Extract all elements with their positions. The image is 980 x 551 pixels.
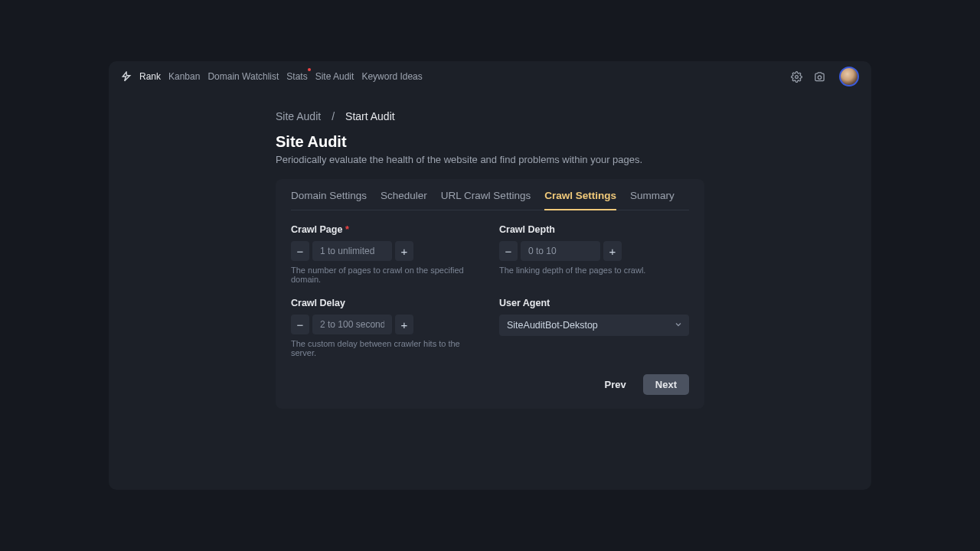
avatar[interactable] [839, 67, 859, 86]
svg-point-0 [795, 75, 798, 78]
field-crawl-page: Crawl Page * − + The number of pages to … [291, 224, 481, 284]
page-description: Periodically evaluate the health of the … [276, 154, 704, 165]
notification-dot-icon [308, 68, 311, 71]
breadcrumb-separator: / [332, 110, 335, 122]
label-crawl-depth: Crawl Depth [499, 224, 689, 235]
field-crawl-delay: Crawl Delay − + The custom delay between… [291, 298, 481, 357]
field-crawl-depth: Crawl Depth − + The linking depth of the… [499, 224, 689, 284]
hint-crawl-depth: The linking depth of the pages to crawl. [499, 266, 689, 275]
label-crawl-delay: Crawl Delay [291, 298, 481, 308]
gear-icon[interactable] [790, 70, 802, 83]
tab-url-crawl-settings[interactable]: URL Crawl Settings [441, 190, 531, 210]
hint-crawl-delay: The custom delay between crawler hits to… [291, 339, 481, 357]
nav-item-domain-watchlist[interactable]: Domain Watchlist [207, 71, 279, 82]
camera-icon[interactable] [813, 70, 825, 83]
main-content: Site Audit / Start Audit Site Audit Peri… [109, 92, 871, 409]
stepper-crawl-depth: − + [499, 241, 689, 261]
tab-bar: Domain Settings Scheduler URL Crawl Sett… [291, 190, 689, 210]
crawl-page-input[interactable] [312, 241, 392, 261]
tab-crawl-settings[interactable]: Crawl Settings [544, 190, 616, 210]
decrement-button[interactable]: − [291, 315, 309, 334]
svg-point-1 [818, 75, 821, 78]
breadcrumb-parent[interactable]: Site Audit [276, 110, 321, 122]
nav-item-site-audit[interactable]: Site Audit [315, 71, 354, 82]
form-actions: Prev Next [291, 374, 689, 395]
breadcrumb: Site Audit / Start Audit [276, 110, 704, 122]
hint-crawl-page: The number of pages to crawl on the spec… [291, 266, 481, 284]
nav-item-stats[interactable]: Stats [286, 71, 307, 82]
prev-button[interactable]: Prev [597, 374, 634, 395]
decrement-button[interactable]: − [291, 241, 309, 261]
label-user-agent: User Agent [499, 298, 689, 308]
tab-summary[interactable]: Summary [630, 190, 675, 210]
nav-item-kanban[interactable]: Kanban [168, 71, 200, 82]
crawl-depth-input[interactable] [521, 241, 600, 261]
stepper-crawl-page: − + [291, 241, 481, 261]
user-agent-select[interactable]: SiteAuditBot-Dekstop [499, 315, 689, 336]
crawl-delay-input[interactable] [312, 315, 392, 334]
tab-domain-settings[interactable]: Domain Settings [291, 190, 367, 210]
label-crawl-page: Crawl Page * [291, 224, 481, 235]
increment-button[interactable]: + [395, 315, 413, 334]
form-grid: Crawl Page * − + The number of pages to … [291, 224, 689, 357]
nav-item-keyword-ideas[interactable]: Keyword Ideas [361, 71, 422, 82]
nav-items: Rank Kanban Domain Watchlist Stats Site … [139, 71, 423, 82]
settings-card: Domain Settings Scheduler URL Crawl Sett… [276, 179, 704, 409]
required-asterisk: * [345, 224, 349, 235]
next-button[interactable]: Next [643, 374, 689, 395]
field-user-agent: User Agent SiteAuditBot-Dekstop [499, 298, 689, 357]
tab-scheduler[interactable]: Scheduler [381, 190, 427, 210]
page-title: Site Audit [276, 133, 704, 151]
breadcrumb-current: Start Audit [345, 110, 395, 122]
app-window: Rank Kanban Domain Watchlist Stats Site … [109, 61, 871, 490]
increment-button[interactable]: + [603, 241, 622, 261]
increment-button[interactable]: + [395, 241, 413, 261]
nav-item-rank[interactable]: Rank [139, 71, 161, 82]
app-logo-icon [121, 71, 132, 82]
stepper-crawl-delay: − + [291, 315, 481, 334]
top-navbar: Rank Kanban Domain Watchlist Stats Site … [109, 61, 871, 92]
decrement-button[interactable]: − [499, 241, 518, 261]
